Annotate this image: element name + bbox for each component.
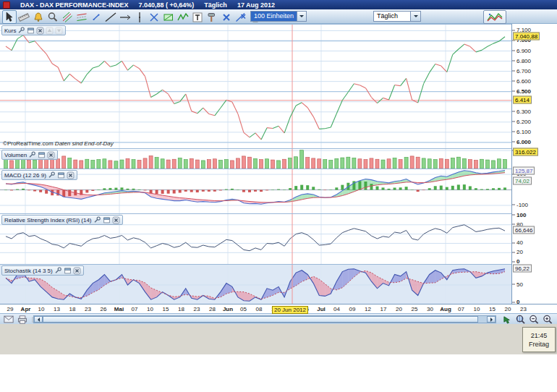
- period-dropdown-arrow-icon[interactable]: [410, 12, 420, 21]
- kurs-value-badge: 6.414: [513, 95, 532, 103]
- time-axis-label: 09: [349, 306, 356, 312]
- scroll-right-arrow[interactable]: [487, 316, 496, 323]
- rsi-panel-title: Relative Strength Index (RSI) (14): [4, 217, 92, 223]
- rsi-window-icon[interactable]: [103, 216, 111, 224]
- kurs-axis-tick: 6.500: [516, 88, 531, 94]
- units-dropdown-arrow-icon[interactable]: [297, 12, 306, 21]
- stochastik-window-icon[interactable]: [64, 267, 72, 275]
- macd-value-badge: 74,02: [513, 176, 532, 184]
- time-axis-label: 18: [69, 306, 76, 312]
- volumen-close-icon[interactable]: [47, 151, 55, 159]
- text-tool-icon[interactable]: [190, 10, 205, 24]
- panel-stochastik: Stochastik (14 3 5): [0, 264, 511, 304]
- stochastik-settings-icon[interactable]: [54, 267, 62, 275]
- alarm-tool-icon[interactable]: [31, 10, 46, 24]
- print-icon[interactable]: [16, 315, 29, 324]
- time-axis-label: 08: [256, 306, 263, 312]
- time-axis-label: 18: [178, 306, 184, 312]
- volume-chart[interactable]: [0, 149, 511, 169]
- zoom-in-icon[interactable]: [541, 315, 554, 324]
- volumen-settings-icon[interactable]: [28, 151, 36, 159]
- stoch-value-badge: 96,22: [513, 264, 532, 272]
- time-axis-label: Jul: [317, 306, 326, 312]
- kurs-panel-title: Kurs: [4, 27, 16, 34]
- time-axis-label: 20: [396, 306, 402, 312]
- kurs-close-icon[interactable]: [36, 27, 44, 35]
- zoom-tool-icon[interactable]: [46, 10, 60, 24]
- time-axis-label: 10: [38, 306, 45, 312]
- time-axis-label: Jun: [223, 306, 233, 312]
- price-chart[interactable]: [0, 25, 511, 149]
- zoom-out-icon[interactable]: [527, 315, 540, 324]
- time-axis-label: 13: [54, 306, 60, 312]
- mail-icon[interactable]: [2, 315, 15, 324]
- line-tool-icon[interactable]: [103, 10, 118, 24]
- price-axis[interactable]: 7.1007.0006.9006.8006.7006.6006.5006.300…: [511, 24, 557, 313]
- drawing-toolbar: 100 Einheiten Täglich: [0, 9, 557, 24]
- volumen-window-icon[interactable]: [38, 151, 46, 159]
- macd-close-icon[interactable]: [67, 171, 75, 179]
- time-axis-label: 10: [147, 306, 153, 312]
- time-axis[interactable]: 29Apr1013182326Mai071015182328Jun0508132…: [0, 304, 557, 314]
- scroll-left-arrow[interactable]: [34, 316, 43, 323]
- kurs-axis-tick: 6.000: [516, 138, 531, 145]
- stoch-axis-tick: 50: [516, 281, 523, 287]
- time-scrollbar[interactable]: [33, 315, 496, 323]
- chart-style-button[interactable]: [483, 10, 506, 24]
- time-axis-label: Mai: [114, 306, 124, 312]
- volumen-value-badge: 316.022: [513, 148, 538, 156]
- rsi-axis-tick: 20: [516, 249, 523, 255]
- scroll-thumb[interactable]: [43, 316, 478, 323]
- title-bar: DAX - DAX PERFORMANCE-INDEX 7.040,88 ( +…: [0, 0, 557, 9]
- time-axis-label: 23: [85, 306, 91, 312]
- ruler-tool-icon[interactable]: [17, 10, 31, 24]
- segment-tool-icon[interactable]: [89, 10, 103, 24]
- kurs-window-icon[interactable]: [27, 27, 35, 35]
- time-axis-label: 07: [458, 306, 464, 312]
- units-dropdown[interactable]: 100 Einheiten: [250, 11, 307, 22]
- erase-one-tool-icon[interactable]: [219, 10, 234, 24]
- time-axis-label: 04: [333, 306, 340, 312]
- zigzag-tool-icon[interactable]: [176, 10, 190, 24]
- kurs-move-up-icon[interactable]: [46, 27, 54, 35]
- chart-tool-icon[interactable]: [501, 315, 514, 324]
- bottom-scroll-bar: [0, 313, 557, 324]
- kurs-axis-tick: 6.600: [516, 77, 531, 84]
- kurs-axis-tick: 6.800: [516, 57, 531, 64]
- units-dropdown-value: 100 Einheiten: [251, 12, 297, 21]
- crossline-tool-icon[interactable]: [147, 10, 161, 24]
- time-axis-label: 29: [7, 306, 14, 312]
- pattern-tool-icon[interactable]: [161, 10, 176, 24]
- panel-volumen: Volumen: [0, 148, 511, 169]
- kurs-move-down-icon[interactable]: [55, 27, 63, 35]
- period-dropdown-value: Täglich: [374, 12, 410, 21]
- volumen-panel-title: Volumen: [4, 152, 27, 158]
- macd-settings-icon[interactable]: [48, 171, 56, 179]
- hline-tool-icon[interactable]: [118, 10, 132, 24]
- vline-tool-icon[interactable]: [132, 10, 147, 24]
- rsi-close-icon[interactable]: [112, 216, 120, 224]
- rsi-settings-icon[interactable]: [93, 216, 101, 224]
- tooltip-day: Freitag: [529, 341, 549, 348]
- mountain-chart-icon: [486, 12, 503, 22]
- erase-all-tool-icon[interactable]: [234, 10, 248, 24]
- tooltip-time: 21:45: [531, 332, 548, 339]
- channel-tool-icon[interactable]: [75, 10, 89, 24]
- time-axis-label: 15: [163, 306, 169, 312]
- copyright-note: ©ProRealTime.com Daten sind End-of-Day: [3, 140, 114, 147]
- macd-window-icon[interactable]: [57, 171, 65, 179]
- time-axis-label: 23: [194, 306, 200, 312]
- cursor-tool-icon[interactable]: [2, 10, 17, 24]
- time-axis-label: 15: [489, 306, 496, 312]
- time-axis-label: 20: [505, 306, 511, 312]
- period-dropdown[interactable]: Täglich: [373, 11, 421, 22]
- symbol-title: DAX - DAX PERFORMANCE-INDEX: [20, 1, 129, 9]
- time-axis-label: Apr: [21, 306, 31, 312]
- kurs-settings-icon[interactable]: [17, 27, 25, 35]
- zoom-area-icon[interactable]: [514, 315, 527, 324]
- rsi-panel-header: Relative Strength Index (RSI) (14): [1, 215, 123, 225]
- time-axis-label: 30: [427, 306, 433, 312]
- fork-tool-icon[interactable]: [60, 10, 75, 24]
- stochastik-close-icon[interactable]: [73, 267, 81, 275]
- hammer-tool-icon[interactable]: [205, 10, 219, 24]
